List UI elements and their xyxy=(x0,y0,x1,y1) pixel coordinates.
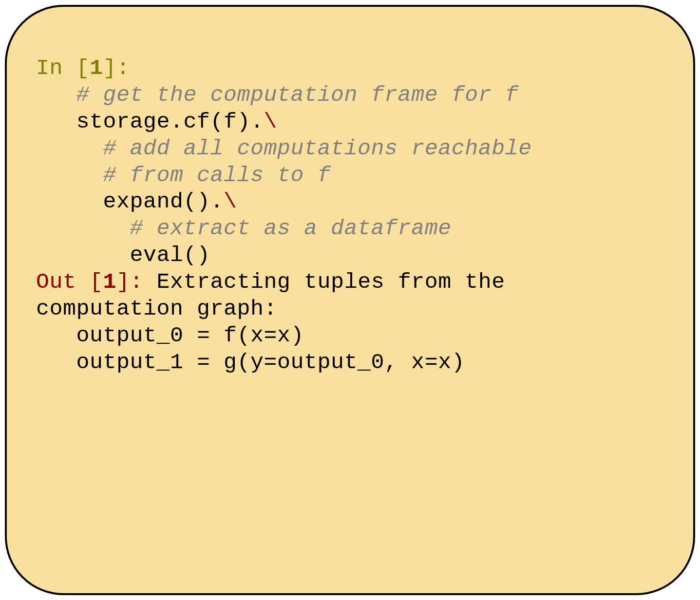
code-line-comment-1: # get the computation frame for f xyxy=(36,82,664,109)
output-text: output_0 = f(x=x) xyxy=(36,323,304,348)
comment-text: # add all computations reachable xyxy=(103,136,532,161)
code-text: storage.cf(f). xyxy=(76,110,264,134)
output-line-4: output_1 = g(y=output_0, x=x) xyxy=(36,350,664,376)
output-text: output_1 = g(y=output_0, x=x) xyxy=(36,350,465,375)
code-text: eval() xyxy=(130,243,210,268)
output-text: Extracting tuples from the xyxy=(143,270,505,295)
comment-text: # get the computation frame for f xyxy=(76,83,519,108)
code-line-comment-4: # extract as a dataframe xyxy=(36,216,664,243)
output-line-2: computation graph: xyxy=(36,296,664,323)
code-line-3: eval() xyxy=(36,243,664,269)
input-prompt: In [1]: xyxy=(36,56,130,81)
code-line-comment-2: # add all computations reachable xyxy=(36,136,664,163)
input-prompt-line: In [1]: xyxy=(36,56,664,82)
output-line-1: Out [1]: Extracting tuples from the xyxy=(36,269,664,296)
line-continuation: \ xyxy=(264,110,278,134)
code-text: expand(). xyxy=(103,189,224,214)
comment-text: # extract as a dataframe xyxy=(130,216,452,241)
code-line-1: storage.cf(f).\ xyxy=(36,109,664,136)
output-line-3: output_0 = f(x=x) xyxy=(36,323,664,350)
output-prompt: Out [1]: xyxy=(36,270,143,295)
code-line-2: expand().\ xyxy=(36,189,664,216)
comment-text: # from calls to f xyxy=(103,163,331,188)
line-continuation: \ xyxy=(224,189,237,214)
output-text: computation graph: xyxy=(36,297,277,321)
code-line-comment-3: # from calls to f xyxy=(36,163,664,189)
code-cell: In [1]: # get the computation frame for … xyxy=(5,5,695,595)
